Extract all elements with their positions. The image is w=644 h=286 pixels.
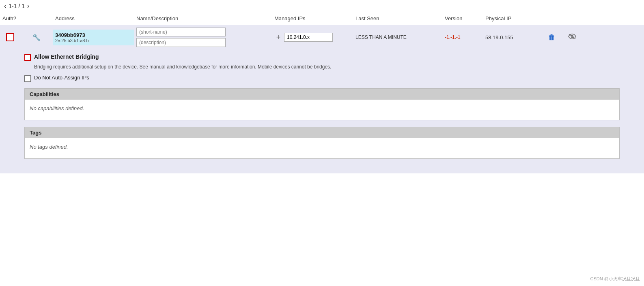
no-auto-assign-checkbox[interactable] [24,75,31,82]
bridging-row: Allow Ethernet Bridging [24,53,620,61]
col-delete [540,14,564,23]
tags-body: No tags defined. [25,138,619,158]
address-sub: 2e:25:b3:b1:a8:b [55,38,131,43]
bridging-checkbox[interactable] [24,54,31,61]
delete-button[interactable]: 🗑 [548,33,556,42]
auth-checkbox[interactable] [6,33,14,41]
detail-area: Allow Ethernet Bridging Bridging require… [0,49,644,173]
no-auto-assign-label: Do Not Auto-Assign IPs [34,75,89,81]
top-nav: ‹ 1-1 / 1 › [0,0,644,12]
bridging-label: Allow Ethernet Bridging [34,53,99,60]
description-input[interactable] [136,38,226,47]
wrench-cell: 🔧 [20,32,53,43]
col-eye [564,14,580,23]
delete-cell: 🗑 [540,32,564,43]
tags-header: Tags [25,127,619,138]
last-seen-cell: LESS THAN A MINUTE [353,33,442,42]
managed-ip-input[interactable] [284,33,333,42]
col-address: Address [53,14,134,23]
physical-ip-cell: 58.19.0.155 [483,33,540,42]
nav-count: 1-1 / 1 [9,3,25,9]
address-cell: 3409bb6973 2e:25:b3:b1:a8:b [53,30,134,45]
no-auto-assign-row: Do Not Auto-Assign IPs [24,75,620,82]
bridging-note: Bridging requires additional setup on th… [34,64,620,70]
col-version: Version [442,14,483,23]
next-arrow[interactable]: › [27,2,29,10]
col-last-seen: Last Seen [353,14,442,23]
address-main: 3409bb6973 [55,32,131,38]
prev-arrow[interactable]: ‹ [4,2,6,10]
version-cell: -1.-1.-1 [442,33,483,42]
col-empty [20,14,53,23]
capabilities-section: Capabilities No capabilities defined. [24,88,620,120]
wrench-icon[interactable]: 🔧 [32,34,41,41]
col-auth: Auth? [0,14,20,23]
capabilities-body: No capabilities defined. [25,100,619,120]
table-header: Auth? Address Name/Description Managed I… [0,12,644,25]
managed-ip-cell: + [272,31,353,43]
auth-checkbox-cell [0,32,20,43]
eye-button[interactable] [568,34,576,41]
table-row-container: 🔧 3409bb6973 2e:25:b3:b1:a8:b + LESS THA… [0,25,644,173]
add-ip-button[interactable]: + [274,33,282,41]
col-physical-ip: Physical IP [483,14,540,23]
eye-cell [564,32,580,43]
col-name: Name/Description [134,14,272,23]
table-row: 🔧 3409bb6973 2e:25:b3:b1:a8:b + LESS THA… [0,25,644,49]
tags-section: Tags No tags defined. [24,127,620,159]
name-description-cell [134,26,272,49]
capabilities-header: Capabilities [25,89,619,100]
col-managed-ips: Managed IPs [272,14,353,23]
short-name-input[interactable] [136,28,226,36]
